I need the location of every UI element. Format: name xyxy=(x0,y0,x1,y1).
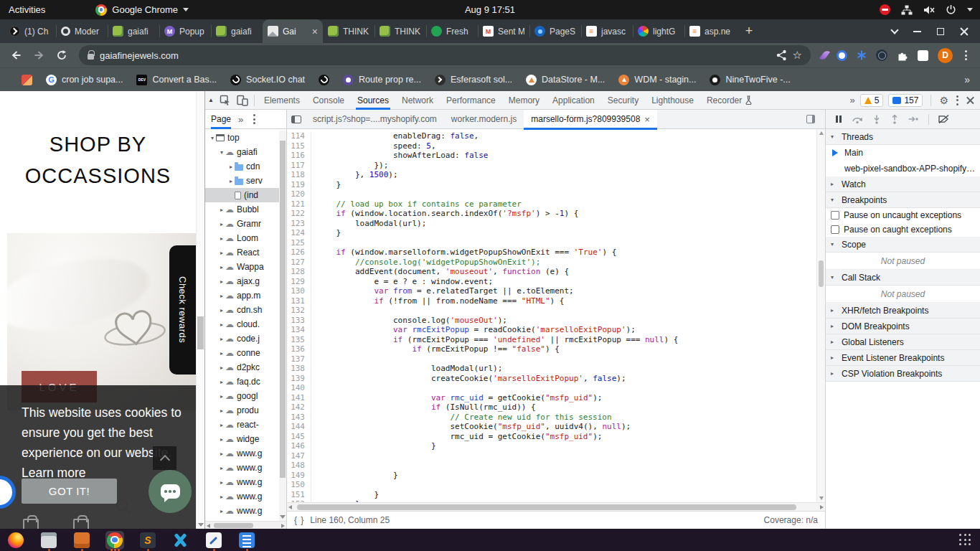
bookmark-socket-io-chat[interactable]: Socket.IO chat xyxy=(230,75,305,85)
line-number[interactable]: 114 xyxy=(287,131,311,141)
side-panel-icon[interactable] xyxy=(918,50,928,61)
bookmark-cron-job-supa[interactable]: cron job supa... xyxy=(46,75,123,85)
section-watch[interactable]: ▸Watch xyxy=(826,176,980,192)
line-number[interactable]: 149 xyxy=(287,471,311,481)
line-number[interactable]: 124 xyxy=(287,228,311,238)
line-content[interactable]: e = e ? e : window.event; xyxy=(311,277,493,287)
disclosure-arrow-icon[interactable]: ▸ xyxy=(218,293,225,299)
line-number[interactable]: 133 xyxy=(287,316,311,326)
tree-item-ind[interactable]: (ind xyxy=(205,188,286,202)
checkbox-row-pause-on-uncaught-exceptions[interactable]: Pause on uncaught exceptions xyxy=(826,208,980,222)
disclosure-arrow-icon[interactable]: ▸ xyxy=(218,336,225,342)
line-number[interactable]: 148 xyxy=(287,461,311,471)
line-content[interactable]: }); xyxy=(311,161,388,171)
show-applications-icon[interactable] xyxy=(959,534,971,546)
disclosure-arrow-icon[interactable]: ▾ xyxy=(218,149,225,156)
line-number[interactable]: 138 xyxy=(287,364,311,374)
disclosure-arrow-icon[interactable]: ▸ xyxy=(218,465,225,471)
bookmark-socket[interactable] xyxy=(319,75,329,85)
line-number[interactable]: 150 xyxy=(287,480,311,490)
tree-item-loom[interactable]: ▸☁Loom xyxy=(205,231,286,245)
disclosure-arrow-icon[interactable]: ▸ xyxy=(218,408,225,414)
tree-item-serv[interactable]: ▸serv xyxy=(205,174,286,188)
editor-tab-script-js-shop-myshopify-com[interactable]: script.js?shop=....myshopify.com xyxy=(306,110,444,129)
tree-hscrollbar[interactable] xyxy=(205,521,286,529)
line-content[interactable]: if (rmcExitPopup !== "false") { xyxy=(311,344,560,354)
browser-tab-popup[interactable]: Popup xyxy=(159,19,211,43)
dock-notes-icon[interactable] xyxy=(237,531,256,550)
line-number[interactable]: 117 xyxy=(287,161,311,171)
line-number[interactable]: 146 xyxy=(287,441,311,451)
line-content[interactable] xyxy=(311,354,317,364)
disclosure-arrow-icon[interactable]: ▸ xyxy=(218,479,225,486)
editor-tab-worker-modern-js[interactable]: worker.modern.js xyxy=(444,110,524,129)
disclosure-arrow-icon[interactable]: ▸ xyxy=(227,178,235,184)
disclosure-arrow-icon[interactable]: ▸ xyxy=(218,278,225,285)
tree-item-www-g[interactable]: ▸☁www.g xyxy=(205,461,286,475)
line-content[interactable]: if (window.marselloform.widgetPopupShowO… xyxy=(311,248,616,258)
line-number[interactable]: 123 xyxy=(287,219,311,229)
line-content[interactable] xyxy=(311,383,317,393)
pause-script-icon[interactable] xyxy=(834,115,843,123)
lock-icon[interactable] xyxy=(88,54,94,60)
dock-installer-icon[interactable] xyxy=(72,531,91,550)
line-content[interactable]: // Create new uid for this session xyxy=(311,413,612,423)
tree-item-widge[interactable]: ▸☁widge xyxy=(205,432,286,446)
chat-widget-button[interactable] xyxy=(149,470,192,513)
section-global-listeners[interactable]: ▸Global Listeners xyxy=(826,334,980,350)
line-content[interactable] xyxy=(311,238,317,248)
line-number[interactable]: 129 xyxy=(287,277,311,287)
disclosure-arrow-icon[interactable]: ▸ xyxy=(218,393,225,400)
tree-item-cdn[interactable]: ▸cdn xyxy=(205,159,286,174)
inspect-element-icon[interactable] xyxy=(217,93,234,108)
devtools-menu-icon[interactable] xyxy=(953,95,961,105)
browser-tab-think[interactable]: THINK xyxy=(374,19,426,43)
extensions-puzzle-icon[interactable] xyxy=(897,50,908,61)
address-bar[interactable]: gaiafinejewels.com ☆ xyxy=(79,45,811,65)
thread-web-pixel-sandbox-app-shopify[interactable]: web-pixel-sandbox-APP-shopify… xyxy=(826,161,980,176)
line-content[interactable]: speed: 5, xyxy=(311,141,436,151)
browser-tab-moder[interactable]: Moder xyxy=(56,19,108,43)
thread-main[interactable]: Main xyxy=(826,145,980,161)
line-content[interactable]: var rmcExitPopup = readCookie('marselloE… xyxy=(311,325,636,335)
tree-item-react[interactable]: ▸☁react- xyxy=(205,418,286,432)
dock-files-icon[interactable] xyxy=(39,531,58,550)
tree-item-wappa[interactable]: ▸☁Wappa xyxy=(205,260,286,274)
line-content[interactable]: } xyxy=(311,180,341,190)
line-number[interactable]: 145 xyxy=(287,432,311,442)
tree-item-react[interactable]: ▸☁React xyxy=(205,245,286,260)
devtools-tab-security[interactable]: Security xyxy=(601,91,645,110)
line-number[interactable]: 141 xyxy=(287,393,311,403)
web-extension-icon[interactable] xyxy=(876,50,887,61)
disclosure-arrow-icon[interactable]: ▸ xyxy=(218,307,225,314)
ring-extension-icon[interactable] xyxy=(837,50,847,61)
line-number[interactable]: 121 xyxy=(287,199,311,209)
line-content[interactable]: if (window.location.search.indexOf('?msf… xyxy=(311,209,578,219)
tree-item-code-j[interactable]: ▸☁code.j xyxy=(205,331,286,346)
tab-page[interactable]: Page xyxy=(211,110,231,129)
line-content[interactable] xyxy=(311,306,317,316)
browser-tab-javasc[interactable]: javasc xyxy=(581,19,633,43)
line-content[interactable]: enableDrag: false, xyxy=(311,131,479,141)
issues-badge[interactable]: 157 xyxy=(888,94,923,107)
disclosure-arrow-icon[interactable]: ▸ xyxy=(227,164,235,170)
bookmarks-overflow-button[interactable]: » xyxy=(964,74,970,85)
step-over-icon[interactable] xyxy=(852,115,863,124)
step-out-icon[interactable] xyxy=(890,115,899,124)
tree-item-app-m[interactable]: ▸☁app.m xyxy=(205,288,286,303)
line-number[interactable]: 118 xyxy=(287,170,311,180)
quill-extension-icon[interactable] xyxy=(819,49,830,61)
devtools-tab-application[interactable]: Application xyxy=(546,91,601,110)
code-area[interactable]: 114 enableDrag: false,115 speed: 5,116 s… xyxy=(287,129,825,502)
disclosure-arrow-icon[interactable]: ▸ xyxy=(218,207,225,213)
forward-button[interactable] xyxy=(29,45,49,65)
line-number[interactable]: 130 xyxy=(287,286,311,296)
line-content[interactable]: var from = e.relatedTarget || e.toElemen… xyxy=(311,286,574,296)
dock-chrome-icon[interactable] xyxy=(105,531,124,550)
line-number[interactable]: 131 xyxy=(287,296,311,306)
disclosure-arrow-icon[interactable]: ▸ xyxy=(218,364,225,371)
tree-item-cdn-sh[interactable]: ▸☁cdn.sh xyxy=(205,303,286,317)
dock-sublime-icon[interactable] xyxy=(138,531,157,550)
clock[interactable]: Aug 9 17:51 xyxy=(465,4,515,15)
line-content[interactable]: // load up box if contains ce parameter xyxy=(311,199,522,209)
